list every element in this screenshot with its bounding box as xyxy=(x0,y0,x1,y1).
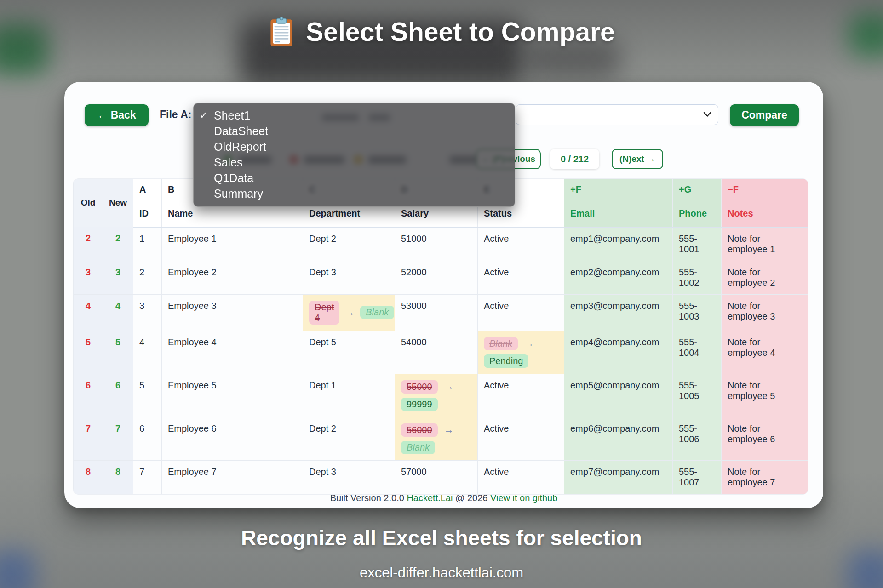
sheet-option-sheet1[interactable]: ✓Sheet1 xyxy=(194,108,515,123)
cell-id: 5 xyxy=(133,374,162,417)
table-row: 665Employee 5Dept 155000→99999Activeemp5… xyxy=(74,374,808,417)
cell-id: 1 xyxy=(133,227,162,261)
cell-department: Dept 1 xyxy=(303,374,395,417)
sheet-option-summary[interactable]: Summary xyxy=(194,186,515,201)
cell-name: Employee 7 xyxy=(162,460,303,494)
col-header-phone: Phone xyxy=(673,202,722,227)
cell-phone: 555-1002 xyxy=(673,261,722,294)
cell-email: emp3@company.com xyxy=(564,294,673,331)
change-arrow-icon: → xyxy=(344,307,355,318)
cell-notes: Note for employee 1 xyxy=(722,227,808,261)
cell-status: Active xyxy=(478,261,564,294)
cell-name: Employee 4 xyxy=(162,331,303,374)
cell-phone: 555-1006 xyxy=(673,417,722,460)
cell-email: emp6@company.com xyxy=(564,417,673,460)
app-card: ← Back File A: Compare ← (P)revious 0 / … xyxy=(64,82,823,508)
cell-notes: Note for employee 3 xyxy=(722,294,808,331)
col-header-new: New xyxy=(103,179,133,227)
sheet-option-label: Sheet1 xyxy=(214,109,250,122)
cell-old-row: 8 xyxy=(74,460,103,494)
cell-salary: 54000 xyxy=(395,331,478,374)
cell-phone: 555-1004 xyxy=(673,331,722,374)
cell-new-row: 8 xyxy=(103,460,133,494)
cell-email: emp5@company.com xyxy=(564,374,673,417)
sheet-option-datasheet[interactable]: DataSheet xyxy=(194,123,515,139)
cell-status: Active xyxy=(478,460,564,494)
cell-new-row: 3 xyxy=(103,261,133,294)
cell-notes: Note for employee 5 xyxy=(722,374,808,417)
cell-department: Dept 2 xyxy=(303,227,395,261)
cell-notes: Note for employee 6 xyxy=(722,417,808,460)
clipboard-icon xyxy=(268,17,295,47)
sheet-option-label: Sales xyxy=(214,156,243,169)
cell-new-row: 7 xyxy=(103,417,133,460)
caption-headline: Recognize all Excel sheets for selection xyxy=(0,525,883,550)
col-letter-F: −F xyxy=(722,179,808,202)
change-arrow-icon: → xyxy=(443,424,455,435)
cell-phone: 555-1001 xyxy=(673,227,722,261)
cell-old-row: 4 xyxy=(74,294,103,331)
footer-year-text: @ 2026 xyxy=(455,493,487,503)
cell-salary: 52000 xyxy=(395,261,478,294)
cell-old-row: 7 xyxy=(74,417,103,460)
cell-department: Dept 2 xyxy=(303,417,395,460)
cell-new-row: 6 xyxy=(103,374,133,417)
cell-id: 6 xyxy=(133,417,162,460)
cell-department: Dept 3 xyxy=(303,261,395,294)
cell-name: Employee 2 xyxy=(162,261,303,294)
table-row: 443Employee 3Dept 4→Blank53000Activeemp3… xyxy=(74,294,808,331)
table-row: 776Employee 6Dept 256000→BlankActiveemp6… xyxy=(74,417,808,460)
sheet-dropdown: ✓Sheet1DataSheetOldReportSalesQ1DataSumm… xyxy=(193,103,515,207)
cell-phone: 555-1007 xyxy=(673,460,722,494)
cell-status: Active xyxy=(478,374,564,417)
sheet-option-label: DataSheet xyxy=(214,125,268,137)
sheet-option-oldreport[interactable]: OldReport xyxy=(194,139,515,154)
cell-id: 4 xyxy=(133,331,162,374)
site-url: excel-differ.hackettlai.com xyxy=(0,565,883,581)
chevron-down-icon xyxy=(703,111,711,119)
cell-salary: 51000 xyxy=(395,227,478,261)
cell-salary: 57000 xyxy=(395,460,478,494)
footer: Built Version 2.0.0 Hackett.Lai @ 2026 V… xyxy=(64,493,823,503)
cell-notes: Note for employee 4 xyxy=(722,331,808,374)
col-header-notes: Notes xyxy=(722,202,808,227)
new-value-pill: Pending xyxy=(484,354,528,368)
cell-phone: 555-1005 xyxy=(673,374,722,417)
sheet-option-sales[interactable]: Sales xyxy=(194,154,515,170)
col-letter-G: +G xyxy=(673,179,722,202)
cell-email: emp2@company.com xyxy=(564,261,673,294)
old-value-pill: 56000 xyxy=(401,423,438,437)
cell-salary: 53000 xyxy=(395,294,478,331)
author-link[interactable]: Hackett.Lai xyxy=(407,493,453,503)
cell-status: Active xyxy=(478,227,564,261)
comparison-table-wrap: OldNewABCDE+F+G−FIDNameDepartmentSalaryS… xyxy=(73,179,808,494)
sheet-option-label: OldReport xyxy=(214,140,266,153)
col-header-old: Old xyxy=(74,179,103,227)
cell-salary: 55000→99999 xyxy=(395,374,478,417)
file-b-sheet-select[interactable] xyxy=(516,104,718,125)
col-letter-F: +F xyxy=(564,179,673,202)
cell-new-row: 4 xyxy=(103,294,133,331)
new-value-pill: 99999 xyxy=(401,398,438,411)
cell-notes: Note for employee 2 xyxy=(722,261,808,294)
next-button[interactable]: (N)ext → xyxy=(612,149,663,169)
new-value-pill: Blank xyxy=(360,306,394,319)
cell-new-row: 5 xyxy=(103,331,133,374)
cell-email: emp1@company.com xyxy=(564,227,673,261)
cell-name: Employee 1 xyxy=(162,227,303,261)
compare-button[interactable]: Compare xyxy=(730,104,799,126)
diff-counter: 0 / 212 xyxy=(550,149,599,169)
cell-status: Active xyxy=(478,294,564,331)
back-button[interactable]: ← Back xyxy=(85,104,149,126)
github-link[interactable]: View it on github xyxy=(490,493,557,503)
cell-id: 2 xyxy=(133,261,162,294)
table-row: 554Employee 4Dept 554000Blank→Pendingemp… xyxy=(74,331,808,374)
sheet-option-q1data[interactable]: Q1Data xyxy=(194,170,515,186)
change-arrow-icon: → xyxy=(523,338,535,349)
old-value-pill: Blank xyxy=(484,337,518,350)
cell-old-row: 2 xyxy=(74,227,103,261)
cell-status: Active xyxy=(478,417,564,460)
cell-department: Dept 3 xyxy=(303,460,395,494)
cell-id: 3 xyxy=(133,294,162,331)
cell-phone: 555-1003 xyxy=(673,294,722,331)
